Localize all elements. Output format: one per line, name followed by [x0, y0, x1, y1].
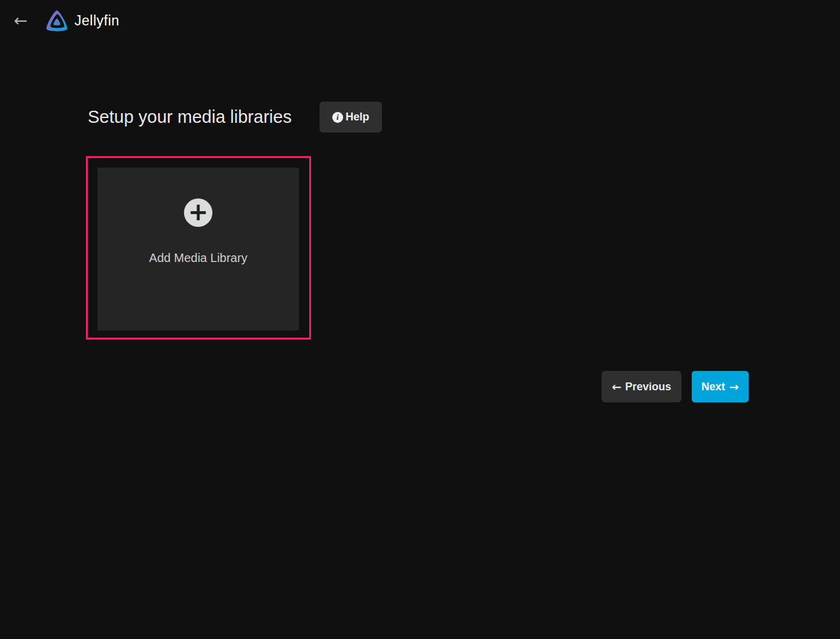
- help-button[interactable]: i Help: [320, 102, 382, 133]
- previous-button-label: Previous: [625, 381, 671, 392]
- previous-button[interactable]: ← Previous: [602, 371, 681, 402]
- next-button[interactable]: Next →: [692, 371, 749, 402]
- add-media-library-card[interactable]: + Add Media Library: [97, 168, 299, 330]
- app-title: Jellyfin: [74, 13, 119, 29]
- help-button-label: Help: [346, 111, 369, 123]
- arrow-left-icon: ←: [612, 381, 622, 393]
- back-button[interactable]: ←: [10, 10, 31, 31]
- back-arrow-icon: ←: [14, 11, 28, 30]
- add-library-card-focus-outline: + Add Media Library: [86, 156, 311, 339]
- arrow-right-icon: →: [729, 381, 739, 393]
- page-title: Setup your media libraries: [88, 107, 292, 127]
- info-icon: i: [332, 112, 343, 123]
- setup-wizard-page: { "header": { "app_title": "Jellyfin" },…: [0, 0, 840, 639]
- plus-icon: +: [184, 198, 212, 227]
- add-library-card-label: Add Media Library: [149, 251, 247, 265]
- app-header: ← Jellyfin: [0, 0, 840, 41]
- jellyfin-logo-icon: [44, 7, 70, 35]
- wizard-nav: ← Previous Next →: [602, 371, 749, 402]
- heading-row: Setup your media libraries i Help: [88, 102, 382, 133]
- next-button-label: Next: [701, 381, 725, 392]
